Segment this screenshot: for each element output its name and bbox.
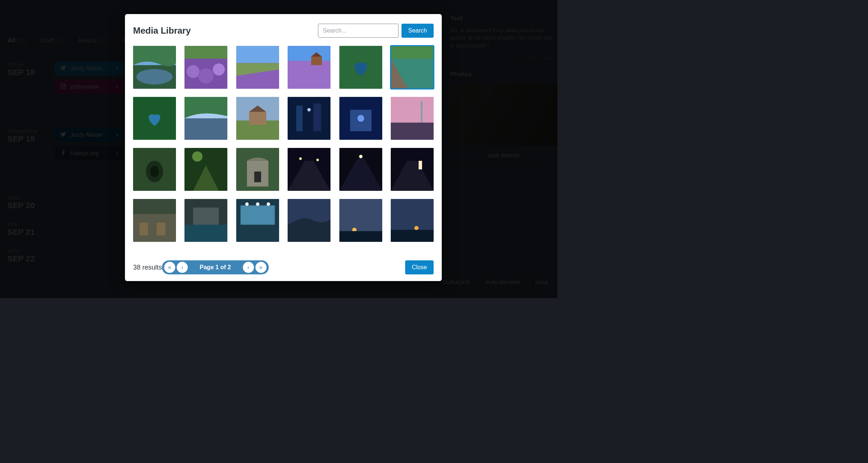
thumbnail-6[interactable] xyxy=(133,97,176,140)
svg-point-40 xyxy=(150,166,159,177)
page-last-button[interactable]: » xyxy=(255,262,267,273)
thumbnail-4[interactable] xyxy=(339,46,382,89)
thumbnail-14[interactable] xyxy=(236,148,279,191)
svg-rect-7 xyxy=(184,46,227,59)
svg-rect-18 xyxy=(391,46,434,59)
svg-rect-55 xyxy=(418,161,422,169)
page-first-button[interactable]: « xyxy=(164,262,175,273)
svg-rect-45 xyxy=(254,172,261,182)
svg-rect-29 xyxy=(313,103,321,131)
thumbnail-5[interactable] xyxy=(391,46,434,89)
search-button[interactable]: Search xyxy=(401,24,434,38)
thumbnail-11[interactable] xyxy=(391,97,434,140)
svg-point-8 xyxy=(187,65,200,78)
pagination: « ‹ Page 1 of 2 › » xyxy=(162,260,268,274)
svg-point-52 xyxy=(359,155,362,158)
search-group: Search xyxy=(318,24,434,38)
media-library-modal: Media Library Search 38 results « ‹ Page… xyxy=(125,14,442,281)
svg-rect-64 xyxy=(240,205,275,224)
thumbnail-8[interactable] xyxy=(236,97,279,140)
thumbnail-grid xyxy=(133,46,434,254)
thumbnail-18[interactable] xyxy=(133,199,176,242)
thumbnail-19[interactable] xyxy=(184,199,227,242)
svg-point-33 xyxy=(357,115,364,122)
modal-header: Media Library Search xyxy=(133,24,434,38)
svg-rect-75 xyxy=(391,230,434,242)
thumbnail-22[interactable] xyxy=(339,199,382,242)
thumbnail-15[interactable] xyxy=(288,148,330,191)
close-button[interactable]: Close xyxy=(405,260,434,274)
svg-point-67 xyxy=(267,202,270,206)
svg-point-74 xyxy=(414,226,419,230)
svg-rect-25 xyxy=(249,112,266,125)
svg-rect-58 xyxy=(139,223,148,236)
svg-rect-62 xyxy=(193,207,219,224)
svg-point-10 xyxy=(213,64,225,75)
thumbnail-12[interactable] xyxy=(133,148,176,191)
thumbnail-17[interactable] xyxy=(391,148,434,191)
page-next-button[interactable]: › xyxy=(243,262,254,273)
svg-rect-35 xyxy=(391,123,434,140)
search-input[interactable] xyxy=(318,24,399,38)
thumbnail-9[interactable] xyxy=(288,97,330,140)
svg-point-9 xyxy=(199,68,214,84)
svg-rect-22 xyxy=(184,118,227,140)
thumbnail-2[interactable] xyxy=(236,46,279,89)
modal-title: Media Library xyxy=(133,26,191,36)
results-count: 38 results xyxy=(133,264,162,271)
svg-point-49 xyxy=(316,159,319,161)
thumbnail-1[interactable] xyxy=(184,46,227,89)
svg-rect-14 xyxy=(288,61,330,89)
thumbnail-16[interactable] xyxy=(339,148,382,191)
svg-point-30 xyxy=(308,108,311,111)
page-label: Page 1 of 2 xyxy=(189,264,241,271)
thumbnail-21[interactable] xyxy=(288,199,330,242)
thumbnail-3[interactable] xyxy=(288,46,330,89)
thumbnail-7[interactable] xyxy=(184,97,227,140)
svg-point-5 xyxy=(136,69,172,85)
modal-footer: 38 results « ‹ Page 1 of 2 › » Close xyxy=(133,260,434,274)
svg-rect-13 xyxy=(288,46,330,61)
svg-rect-61 xyxy=(184,225,227,242)
svg-rect-15 xyxy=(311,57,322,65)
svg-point-66 xyxy=(256,202,259,206)
thumbnail-20[interactable] xyxy=(236,199,279,242)
svg-point-42 xyxy=(192,151,203,162)
thumbnail-10[interactable] xyxy=(339,97,382,140)
page-prev-button[interactable]: ‹ xyxy=(177,262,188,273)
svg-rect-28 xyxy=(296,105,302,131)
svg-point-65 xyxy=(245,202,248,206)
thumbnail-23[interactable] xyxy=(391,199,434,242)
svg-rect-57 xyxy=(133,199,176,214)
svg-rect-59 xyxy=(157,223,165,236)
thumbnail-0[interactable] xyxy=(133,46,176,89)
svg-rect-11 xyxy=(236,46,279,63)
svg-rect-27 xyxy=(288,97,330,140)
thumbnail-13[interactable] xyxy=(184,148,227,191)
svg-rect-34 xyxy=(391,97,434,123)
svg-rect-72 xyxy=(339,231,382,242)
svg-point-48 xyxy=(299,158,302,160)
